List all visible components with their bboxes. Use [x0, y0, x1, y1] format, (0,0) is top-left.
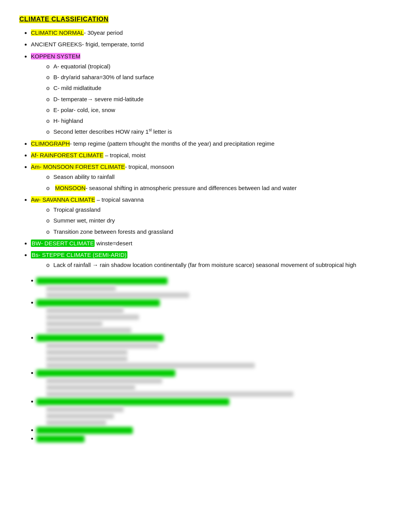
bs-steppe-lack-of-rainfall: Lack of rainfall → rain shadow location … [46, 260, 391, 270]
bs-steppe-highlight: Bs- STEPPE CLIMATE (SEMI-ARID) [31, 251, 127, 258]
aw-savanna-rest: – tropical savanna [95, 196, 144, 203]
af-rainforest-highlight: Af- RAINFOREST CLIMATE [31, 152, 103, 158]
climatic-normal-rest: - 30year period [84, 29, 123, 36]
bw-desert-rest: winste=desert [95, 240, 132, 246]
am-monsoon-season: Season ability to rainfall [46, 172, 391, 182]
koppen-a: A- equatorial (tropical) [46, 61, 391, 71]
savanna-tropical-grassland: Tropical grassland [46, 205, 391, 215]
list-item-bs-steppe: Bs- STEPPE CLIMATE (SEMI-ARID) Lack of r… [31, 250, 391, 270]
koppen-highlight: KOPPEN SYSTEM [31, 53, 80, 59]
climograph-rest: - temp regime (pattern trhought the mont… [70, 140, 274, 147]
monsoon-def-rest: - seasonal shifting in atmospheric press… [86, 185, 297, 191]
list-item-koppen: KOPPEN SYSTEM A- equatorial (tropical) B… [31, 51, 391, 137]
climatic-normal-highlight: CLIMATIC NORMAL [31, 29, 84, 36]
savanna-transition-zone: Transition zone between forests and gras… [46, 227, 391, 237]
koppen-d: D- temperate→ severe mid-latitude [46, 94, 391, 104]
koppen-b: B- dry/arid sahara=30% of land surface [46, 72, 391, 82]
am-monsoon-def: MONSOON- seasonal shifting in atmospheri… [46, 183, 391, 193]
list-item-am-monsoon: Am- MONSOON FOREST CLIMATE- tropical, mo… [31, 162, 391, 193]
list-item-bw-desert: BW- DESERT CLIMATE winste=desert [31, 238, 391, 248]
climograph-highlight: CLIMOGRAPH [31, 140, 70, 147]
koppen-h: H- highland [46, 116, 391, 126]
list-item-ancient-greeks: ANCIENT GREEKS- frigid, temperate, torri… [31, 39, 391, 49]
list-item-aw-savanna: Aw- SAVANNA CLIMATE – tropical savanna T… [31, 195, 391, 237]
am-monsoon-rest: - tropical, monsoon [125, 163, 175, 170]
blurred-section: • • • • [19, 277, 391, 442]
af-rainforest-rest: – tropical, moist [103, 152, 146, 158]
am-monsoon-sub-list: Season ability to rainfall MONSOON- seas… [31, 172, 391, 193]
bs-steppe-sub-list: Lack of rainfall → rain shadow location … [31, 260, 391, 270]
page-container: CLIMATE CLASSIFICATION CLIMATIC NORMAL- … [19, 15, 391, 442]
koppen-second-letter: Second letter describes HOW rainy 1st le… [46, 127, 391, 137]
ancient-greeks-text: ANCIENT GREEKS- frigid, temperate, torri… [31, 41, 144, 48]
list-item-climatic-normal: CLIMATIC NORMAL- 30year period [31, 28, 391, 38]
koppen-e: E- polar- cold, ice, snow [46, 105, 391, 115]
main-list: CLIMATIC NORMAL- 30year period ANCIENT G… [19, 28, 391, 270]
monsoon-word-highlight: MONSOON [55, 185, 86, 191]
list-item-climograph: CLIMOGRAPH- temp regime (pattern trhough… [31, 139, 391, 149]
list-item-af-rainforest: Af- RAINFOREST CLIMATE – tropical, moist [31, 150, 391, 160]
page-title: CLIMATE CLASSIFICATION [19, 15, 108, 23]
koppen-c: C- mild midlatitude [46, 83, 391, 93]
koppen-sub-list: A- equatorial (tropical) B- dry/arid sah… [31, 61, 391, 137]
bw-desert-highlight: BW- DESERT CLIMATE [31, 240, 95, 247]
aw-savanna-highlight: Aw- SAVANNA CLIMATE [31, 196, 95, 203]
am-monsoon-highlight: Am- MONSOON FOREST CLIMATE [31, 163, 125, 170]
aw-savanna-sub-list: Tropical grassland Summer wet, minter dr… [31, 205, 391, 237]
savanna-summer-wet: Summer wet, minter dry [46, 216, 391, 226]
